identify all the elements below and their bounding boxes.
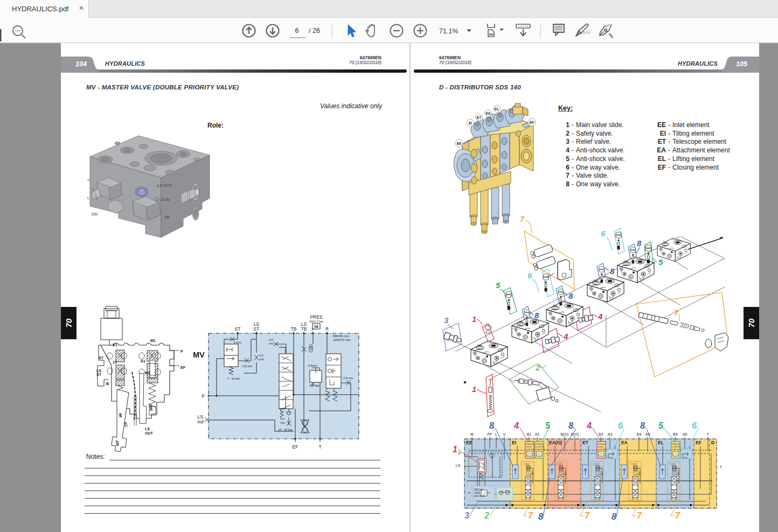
svg-text:5: 5 — [545, 421, 551, 430]
svg-text:4: 4 — [513, 421, 519, 430]
svg-text:ST: ST — [96, 373, 102, 376]
svg-text:8: 8 — [637, 239, 642, 248]
svg-text:1.5: 1.5 — [259, 354, 263, 357]
svg-text:B: B — [106, 382, 109, 386]
svg-text:6: 6 — [618, 421, 623, 430]
svg-text:14 - 18 bar: 14 - 18 bar — [278, 428, 293, 431]
svg-text:5: 5 — [658, 421, 664, 430]
svg-text:PF: PF — [488, 432, 492, 436]
svg-text:8: 8 — [568, 421, 573, 430]
svg-text:MV: MV — [193, 351, 205, 359]
svg-text:7: 7 — [520, 214, 525, 223]
svg-text:LS: LS — [456, 464, 461, 467]
svg-text:1: 1 — [472, 314, 476, 324]
svg-text:TB: TB — [291, 326, 297, 332]
svg-text:ET: ET — [477, 116, 481, 120]
svg-text:B5: B5 — [673, 432, 678, 436]
svg-text:7: 7 — [528, 511, 533, 520]
svg-text:7: 7 — [674, 308, 679, 317]
svg-text:80b±5b mini: 80b±5b mini — [333, 334, 349, 338]
svg-text:6: 6 — [295, 27, 299, 34]
svg-text:7: 7 — [675, 511, 680, 520]
svg-text:EL: EL — [658, 440, 664, 445]
svg-text:LS: LS — [145, 427, 150, 431]
svg-text:EA: EA — [621, 440, 628, 445]
svg-text:ST: ST — [254, 326, 260, 332]
svg-text:71.1%: 71.1% — [439, 27, 458, 35]
svg-text:7: 7 — [585, 511, 590, 520]
svg-text:B3: B3 — [599, 432, 603, 436]
svg-text:A1: A1 — [535, 432, 540, 436]
svg-text:1.5: 1.5 — [280, 417, 284, 421]
svg-text:V: V — [503, 432, 506, 436]
svg-text:L: L — [87, 195, 89, 200]
svg-text:EE: EE — [457, 142, 462, 145]
svg-text:EA: EA — [485, 111, 490, 115]
svg-text:mm: mm — [269, 342, 274, 345]
svg-text:A5: A5 — [683, 432, 687, 436]
svg-text:EF: EF — [293, 444, 298, 450]
svg-text:LS IN: LS IN — [159, 197, 170, 202]
svg-text:T: T — [720, 465, 723, 469]
svg-text:A1: A1 — [141, 359, 145, 363]
svg-text:VA: VA — [314, 325, 319, 328]
svg-text:13: 13 — [113, 360, 117, 364]
svg-text:1: 1 — [453, 445, 457, 454]
svg-text:TB: TB — [164, 215, 170, 220]
svg-text:mm: mm — [259, 358, 265, 361]
svg-text:LS OUT: LS OUT — [157, 183, 172, 188]
svg-text:ø10 l/min: ø10 l/min — [536, 448, 546, 451]
svg-text:ET: ET — [582, 440, 589, 445]
svg-text:T: T — [707, 432, 710, 436]
svg-text:0.8mm: 0.8mm — [308, 364, 317, 367]
svg-text:5: 5 — [658, 257, 663, 267]
svg-text:B4: B4 — [637, 432, 642, 436]
svg-text:6: 6 — [601, 229, 606, 238]
svg-text:7 - 11 bar: 7 - 11 bar — [227, 377, 240, 380]
svg-text:out: out — [197, 419, 204, 424]
svg-text:43±2.3 bar: 43±2.3 bar — [309, 320, 323, 323]
svg-text:AC: AC — [123, 422, 128, 428]
svg-text:7: 7 — [637, 511, 642, 520]
svg-text:8: 8 — [568, 291, 573, 300]
svg-text:M: M — [470, 432, 474, 436]
svg-text:8: 8 — [534, 311, 539, 320]
svg-text:mm: mm — [280, 421, 286, 424]
svg-text:P: P — [459, 452, 461, 456]
svg-text:ST: ST — [99, 356, 104, 360]
svg-text:(±10): (±10) — [474, 492, 481, 494]
svg-text:4: 4 — [586, 421, 592, 430]
svg-text:EI: EI — [512, 440, 516, 445]
svg-text:ø10 l/min: ø10 l/min — [672, 448, 683, 451]
svg-text:EF: EF — [180, 366, 186, 369]
svg-text:2.5 mm: 2.5 mm — [343, 376, 353, 380]
svg-text:6: 6 — [527, 271, 532, 280]
svg-text:8: 8 — [612, 512, 616, 521]
svg-text:1 mm: 1 mm — [234, 341, 241, 344]
svg-text:LS: LS — [96, 369, 101, 373]
svg-text:L: L — [495, 432, 497, 436]
svg-text:1: 1 — [472, 384, 476, 394]
svg-text:3: 3 — [464, 511, 469, 520]
svg-text:4: 4 — [563, 332, 568, 341]
svg-text:8: 8 — [489, 421, 494, 430]
svg-text:ST: ST — [235, 326, 241, 332]
svg-text:2: 2 — [535, 363, 540, 372]
svg-text:110b±7b max: 110b±7b max — [333, 338, 351, 341]
svg-text:B(O): B(O) — [561, 432, 569, 437]
svg-text:1.5: 1.5 — [269, 338, 273, 341]
svg-text:P: P — [180, 349, 183, 353]
svg-text:EI: EI — [469, 121, 472, 125]
svg-text:/ 26: / 26 — [309, 27, 320, 34]
svg-text:3: 3 — [444, 316, 449, 325]
svg-text:M2: M2 — [145, 371, 150, 375]
svg-text:E1: E1 — [113, 343, 117, 347]
svg-text:EF: EF — [530, 121, 534, 124]
svg-text:4: 4 — [598, 312, 603, 321]
svg-text:B1: B1 — [527, 432, 532, 436]
svg-text:EE: EE — [466, 440, 473, 445]
svg-text:A3: A3 — [608, 432, 613, 436]
svg-text:260: 260 — [91, 212, 98, 216]
svg-text:OUT: OUT — [145, 431, 154, 435]
svg-text:PRES: PRES — [310, 314, 322, 320]
